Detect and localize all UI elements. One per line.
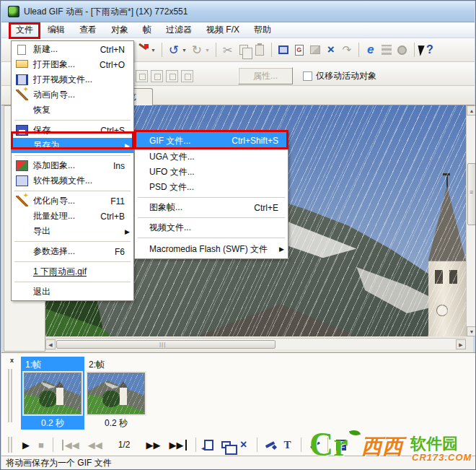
menubar-item-file[interactable]: 文件 (9, 22, 40, 38)
open-video-icon (16, 74, 28, 85)
submenu-arrow-icon: ▶ (125, 228, 130, 235)
playbar-separator (195, 438, 196, 452)
add-banner-icon[interactable] (262, 438, 279, 452)
menubar-item-view[interactable]: 查看 (72, 22, 104, 38)
menubar-item-filters[interactable]: 过滤器 (159, 22, 199, 38)
scroll-right-icon[interactable]: ▶ (456, 339, 466, 349)
next-frame-button[interactable]: ▶▶ (146, 440, 161, 451)
optimize-wizard-icon (16, 196, 28, 206)
submenu-item-uga-file[interactable]: UGA 文件... (135, 149, 288, 165)
menu-item-open-video[interactable]: 打开视频文件... (12, 72, 133, 87)
app-icon (8, 6, 19, 17)
frame-tile-1[interactable]: 1:帧 0.2 秒 (21, 357, 84, 430)
add-image-icon (16, 160, 28, 171)
frame-thumbnail[interactable] (24, 373, 81, 414)
export-rotate-icon: ↷ (339, 42, 355, 58)
menu-item-exit[interactable]: 退出 (12, 284, 133, 300)
open-image-icon (16, 60, 28, 68)
title-bar: Ulead GIF 动画 - [下雨动画*] (1X) 772x551 (1, 1, 475, 22)
help-icon[interactable]: ? (418, 42, 434, 58)
first-frame-button: ◀◀ (62, 440, 79, 451)
wand-tool-icon[interactable] (135, 42, 151, 58)
submenu-item-video-file[interactable]: 视频文件... (135, 220, 288, 235)
menu-item-animation-wizard[interactable]: 动画向导... (12, 87, 133, 103)
playbar-gripper[interactable] (8, 437, 12, 453)
playbar-separator (301, 438, 301, 452)
frame-delay: 0.2 秒 (84, 414, 148, 430)
redo-icon[interactable]: ↻ (189, 42, 205, 58)
vertical-scrollbar[interactable]: ▲ ▼ (466, 105, 476, 336)
scroll-up-icon[interactable]: ▲ (467, 105, 476, 116)
frame-label: 1:帧 (21, 357, 84, 373)
menubar-item-frame[interactable]: 帧 (136, 22, 159, 38)
menu-item-revert[interactable]: 恢复 (12, 103, 133, 118)
thumb-rain-overlay (25, 373, 81, 414)
move-active-only-checkbox[interactable] (303, 71, 312, 81)
watermark-brand: 西西 (361, 432, 403, 461)
menu-item-export[interactable]: 导出 ▶ (12, 224, 133, 239)
menu-item-optimize-wizard[interactable]: 优化向导... F11 (12, 193, 133, 209)
copy-icon (236, 42, 252, 58)
menu-item-add-image[interactable]: 添加图象... Ins (12, 158, 133, 173)
horizontal-scrollbar-thumb[interactable] (56, 340, 276, 349)
submenu-item-image-frames[interactable]: 图象帧... Ctrl+E (135, 200, 288, 215)
add-frame-icon[interactable] (200, 438, 218, 452)
frame-panel-close-icon[interactable]: x (7, 356, 17, 365)
menubar-item-object[interactable]: 对象 (104, 22, 136, 38)
menu-item-save-as[interactable]: 另存为 ▶ (12, 138, 133, 153)
watermark-cr-logo: Cr (309, 425, 348, 464)
menu-separator (12, 153, 133, 158)
toolbar-separator (414, 43, 415, 57)
image-icon (307, 42, 323, 58)
menu-item-recent-file[interactable]: 1 下雨动画.gif (12, 264, 133, 279)
menu-item-new[interactable]: 新建... Ctrl+N (12, 42, 133, 57)
align-center-icon (136, 70, 148, 82)
playbar-separator (53, 438, 53, 452)
menu-separator (12, 239, 133, 244)
optimize-icon[interactable]: × (323, 42, 339, 58)
menu-item-open-image[interactable]: 打开图象... Ctrl+O (12, 57, 133, 72)
menu-item-save[interactable]: 保存 Ctrl+S (12, 123, 133, 138)
last-frame-button[interactable]: ▶▶ (169, 440, 187, 451)
scroll-left-icon[interactable]: ◀ (45, 339, 56, 349)
submenu-item-ufo-file[interactable]: UFO 文件... (135, 165, 288, 180)
menu-separator (12, 259, 133, 264)
new-file-icon (17, 45, 26, 55)
wand-dropdown-icon[interactable]: ▼ (151, 48, 156, 53)
menubar-item-video-fx[interactable]: 视频 F/X (199, 22, 247, 38)
menu-item-software-video[interactable]: 软件视频文件... (12, 173, 133, 188)
gif-file-icon[interactable]: G (291, 42, 307, 58)
submenu-item-gif-file[interactable]: GIF 文件... Ctrl+Shift+S (135, 132, 288, 149)
web-globe-icon (395, 42, 410, 58)
crop-frame-icon[interactable] (276, 42, 291, 58)
frame-tile-2[interactable]: 2:帧 0.2 秒 (84, 357, 148, 430)
menu-separator (12, 188, 133, 193)
ie-preview-icon[interactable]: e (363, 42, 379, 58)
menubar-item-edit[interactable]: 编辑 (40, 22, 72, 38)
align-horizontal-icon (151, 70, 163, 82)
playbar-separator (257, 438, 257, 452)
vertical-scrollbar-thumb[interactable] (467, 163, 476, 225)
menu-separator (12, 118, 133, 123)
add-text-icon[interactable]: T (279, 438, 296, 452)
scroll-down-icon[interactable]: ▼ (467, 326, 476, 336)
submenu-item-flash-swf[interactable]: Macromedia Flash (SWF) 文件 ▶ (135, 240, 288, 258)
frame-panel-splitter[interactable] (8, 369, 12, 422)
app-window: Ulead GIF 动画 - [下雨动画*] (1X) 772x551 文件 编… (0, 0, 476, 470)
menu-item-batch-process[interactable]: 批量处理... Ctrl+B (12, 209, 133, 224)
menu-item-preferences[interactable]: 参数选择... F6 (12, 244, 133, 259)
undo-icon[interactable]: ↺ (166, 42, 182, 58)
horizontal-scrollbar[interactable]: ◀ ▶ (45, 338, 466, 349)
delete-frame-icon[interactable]: × (235, 438, 252, 452)
duplicate-frame-icon[interactable] (218, 438, 235, 452)
play-button[interactable]: ▶ (22, 440, 30, 451)
frame-thumbnail[interactable] (87, 373, 145, 414)
submenu-item-psd-file[interactable]: PSD 文件... (135, 180, 288, 195)
menu-separator (135, 235, 288, 240)
watermark-leaf-icon (349, 428, 361, 438)
menubar-item-help[interactable]: 帮助 (247, 22, 278, 38)
undo-dropdown-icon[interactable]: ▼ (182, 48, 187, 53)
watermark-domain: CR173.COM (412, 452, 472, 463)
toolbar-separator (162, 43, 162, 57)
frame-delay: 0.2 秒 (21, 414, 84, 430)
